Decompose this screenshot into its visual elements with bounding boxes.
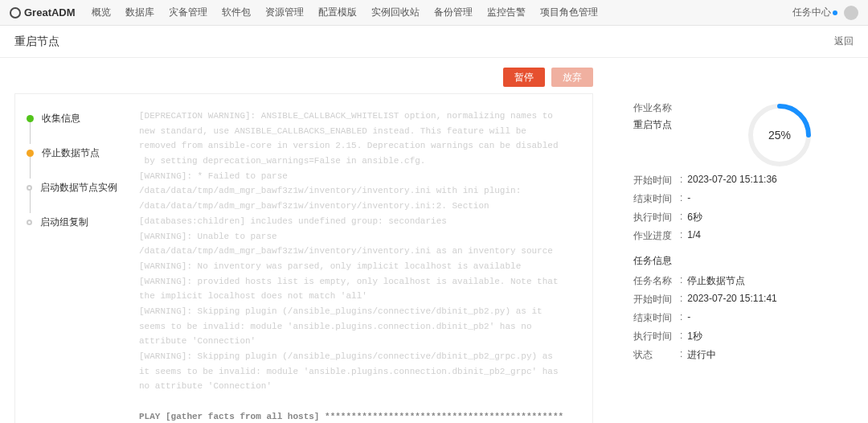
step-line bbox=[30, 154, 31, 179]
top-nav: GreatADM 概览数据库灾备管理软件包资源管理配置模版实例回收站备份管理监控… bbox=[0, 0, 868, 26]
info-row: 任务名称:停止数据节点 bbox=[633, 274, 854, 288]
main-panel: 收集信息停止数据节点启动数据节点实例启动组复制 [DEPRECATION WAR… bbox=[14, 93, 854, 423]
log-line: [WARNING]: provided hosts list is empty,… bbox=[139, 274, 581, 290]
nav-item-0[interactable]: 概览 bbox=[92, 6, 111, 19]
step-label: 启动数据节点实例 bbox=[40, 181, 117, 195]
info-key: 结束时间 bbox=[633, 311, 680, 325]
info-key: 结束时间 bbox=[633, 192, 680, 206]
progress-text: 25% bbox=[746, 101, 813, 169]
info-key: 执行时间 bbox=[633, 211, 680, 224]
nav-item-2[interactable]: 灾备管理 bbox=[169, 6, 207, 19]
abort-button[interactable]: 放弃 bbox=[551, 68, 593, 87]
nav-item-9[interactable]: 项目角色管理 bbox=[540, 6, 598, 19]
log-line: the implicit localhost does not match 'a… bbox=[139, 289, 581, 304]
log-line: by setting deprecation_warnings=False in… bbox=[139, 154, 581, 169]
task-info: 任务名称:停止数据节点开始时间:2023-07-20 15:11:41结束时间:… bbox=[633, 274, 854, 362]
log-line: /data/data/tmp/adm_mgr_bawf3z1w/inventor… bbox=[139, 244, 581, 259]
step-0[interactable]: 收集信息 bbox=[27, 112, 117, 125]
log-line: /data/data/tmp/adm_mgr_bawf3z1w/inventor… bbox=[139, 199, 581, 214]
pause-button[interactable]: 暂停 bbox=[503, 68, 545, 87]
info-row: 结束时间:- bbox=[633, 311, 854, 325]
nav-item-6[interactable]: 实例回收站 bbox=[371, 6, 420, 19]
log-line: PLAY [gather facts from all hosts] *****… bbox=[139, 409, 581, 423]
info-key: 开始时间 bbox=[633, 174, 680, 187]
user-avatar-icon[interactable] bbox=[844, 6, 858, 20]
info-key: 执行时间 bbox=[633, 330, 680, 343]
task-section-title: 任务信息 bbox=[633, 254, 854, 268]
info-row: 开始时间:2023-07-20 15:11:36 bbox=[633, 174, 854, 187]
log-line: [WARNING]: No inventory was parsed, only… bbox=[139, 259, 581, 274]
info-value: 6秒 bbox=[687, 211, 702, 224]
back-link[interactable]: 返回 bbox=[834, 35, 854, 48]
step-label: 收集信息 bbox=[42, 112, 80, 125]
info-key: 状态 bbox=[633, 348, 680, 362]
info-row: 执行时间:6秒 bbox=[633, 211, 854, 224]
info-row: 执行时间:1秒 bbox=[633, 330, 854, 343]
log-line: [WARNING]: Unable to parse bbox=[139, 229, 581, 244]
step-line bbox=[30, 189, 31, 213]
info-key: 作业进度 bbox=[633, 229, 680, 243]
log-line: [WARNING]: * Failed to parse bbox=[139, 169, 581, 184]
log-line: no attribute 'Connection' bbox=[139, 379, 581, 394]
info-row: 作业进度:1/4 bbox=[633, 229, 854, 243]
step-label: 启动组复制 bbox=[40, 216, 88, 229]
left-panel: 收集信息停止数据节点启动数据节点实例启动组复制 [DEPRECATION WAR… bbox=[14, 93, 593, 423]
info-key: 任务名称 bbox=[633, 274, 680, 288]
log-line: /data/data/tmp/adm_mgr_bawf3z1w/inventor… bbox=[139, 183, 581, 199]
info-value: 1/4 bbox=[687, 229, 701, 243]
nav-item-5[interactable]: 配置模版 bbox=[318, 6, 357, 19]
info-value: - bbox=[687, 311, 690, 325]
job-name-label: 作业名称 bbox=[633, 101, 672, 115]
step-dot-icon bbox=[27, 115, 34, 122]
right-panel: 作业名称 重启节点 25% 开始时间:2023-07-20 15:11:36结束… bbox=[593, 93, 854, 423]
step-3[interactable]: 启动组复制 bbox=[27, 216, 117, 229]
step-2[interactable]: 启动数据节点实例 bbox=[27, 181, 117, 195]
page-header: 重启节点 返回 bbox=[0, 26, 868, 58]
page-title: 重启节点 bbox=[14, 35, 59, 49]
progress-ring: 25% bbox=[746, 101, 813, 169]
nav-item-8[interactable]: 监控告警 bbox=[487, 6, 526, 19]
log-line: [WARNING]: Skipping plugin (/ansible_plu… bbox=[139, 304, 581, 319]
task-center-label: 任务中心 bbox=[792, 6, 831, 19]
task-center-link[interactable]: 任务中心 bbox=[792, 6, 837, 19]
log-line: removed from ansible-core in version 2.1… bbox=[139, 138, 581, 154]
info-value: 进行中 bbox=[687, 348, 716, 362]
log-line: new standard, use ANSIBLE_CALLBACKS_ENAB… bbox=[139, 124, 581, 139]
log-line: it seems to be invalid: module 'ansible.… bbox=[139, 364, 581, 380]
nav-item-7[interactable]: 备份管理 bbox=[434, 6, 473, 19]
step-dot-icon bbox=[27, 185, 32, 191]
info-value: - bbox=[687, 192, 690, 206]
nav-menu: 概览数据库灾备管理软件包资源管理配置模版实例回收站备份管理监控告警项目角色管理 bbox=[92, 6, 792, 19]
logo-text: GreatADM bbox=[24, 6, 76, 18]
info-value: 2023-07-20 15:11:36 bbox=[687, 174, 776, 187]
info-row: 开始时间:2023-07-20 15:11:41 bbox=[633, 293, 854, 306]
step-line bbox=[30, 120, 31, 144]
log-area[interactable]: [DEPRECATION WARNING]: ANSIBLE_CALLBACK_… bbox=[117, 109, 581, 423]
info-value: 2023-07-20 15:11:41 bbox=[687, 293, 776, 306]
job-summary: 开始时间:2023-07-20 15:11:36结束时间:-执行时间:6秒作业进… bbox=[633, 174, 854, 243]
info-row: 状态:进行中 bbox=[633, 348, 854, 362]
info-key: 开始时间 bbox=[633, 293, 680, 306]
log-line: attribute 'Connection' bbox=[139, 334, 581, 349]
log-line: [WARNING]: Skipping plugin (/ansible_plu… bbox=[139, 349, 581, 364]
info-value: 1秒 bbox=[687, 330, 702, 343]
job-name-value: 重启节点 bbox=[633, 118, 672, 132]
log-line: seems to be invalid: module 'ansible.plu… bbox=[139, 319, 581, 335]
nav-item-3[interactable]: 软件包 bbox=[222, 6, 251, 19]
step-timeline: 收集信息停止数据节点启动数据节点实例启动组复制 bbox=[27, 109, 117, 423]
nav-item-4[interactable]: 资源管理 bbox=[265, 6, 304, 19]
notification-dot-icon bbox=[833, 10, 837, 15]
nav-item-1[interactable]: 数据库 bbox=[125, 6, 154, 19]
info-row: 结束时间:- bbox=[633, 192, 854, 206]
logo[interactable]: GreatADM bbox=[10, 6, 76, 18]
info-value: 停止数据节点 bbox=[687, 274, 745, 288]
log-line: [databases:children] includes undefined … bbox=[139, 214, 581, 229]
log-line bbox=[139, 394, 581, 409]
logo-icon bbox=[10, 7, 21, 18]
step-label: 停止数据节点 bbox=[42, 146, 100, 160]
step-1[interactable]: 停止数据节点 bbox=[27, 146, 117, 160]
log-line: [DEPRECATION WARNING]: ANSIBLE_CALLBACK_… bbox=[139, 109, 581, 124]
content: 暂停 放弃 收集信息停止数据节点启动数据节点实例启动组复制 [DEPRECATI… bbox=[0, 58, 868, 423]
step-dot-icon bbox=[27, 220, 32, 225]
step-dot-icon bbox=[27, 150, 34, 157]
